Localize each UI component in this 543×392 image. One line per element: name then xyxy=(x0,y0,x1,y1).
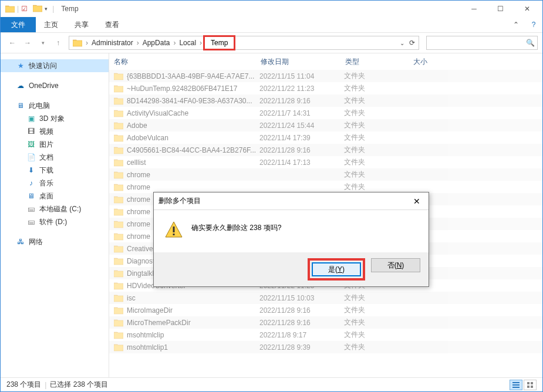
tab-share[interactable]: 共享 xyxy=(66,17,97,32)
drive-icon: 🖴 xyxy=(26,217,36,227)
sidebar-video[interactable]: 🎞视频 xyxy=(1,125,109,138)
address-bar[interactable]: › Administrator › AppData › Local › Temp… xyxy=(69,36,419,50)
sidebar-pc[interactable]: 🖥此电脑 xyxy=(1,99,109,112)
sidebar-desktop[interactable]: 🖥桌面 xyxy=(1,190,109,202)
file-type: 文件夹 xyxy=(344,157,412,167)
file-type: 文件夹 xyxy=(344,342,412,352)
table-row[interactable]: ~HuDunTemp.92482B06FB471E172022/11/22 11… xyxy=(109,82,542,94)
qat-dropdown-icon[interactable]: ▾ xyxy=(45,6,48,12)
file-date: 2022/11/15 11:04 xyxy=(259,72,344,80)
file-type: 文件夹 xyxy=(344,317,412,327)
table-row[interactable]: chrome文件夹 xyxy=(109,181,542,193)
view-icons-button[interactable] xyxy=(524,380,537,390)
svg-rect-6 xyxy=(531,386,533,388)
sidebar-quick-access[interactable]: ★快速访问 xyxy=(1,59,109,72)
table-row[interactable]: Adobe2022/11/24 15:44文件夹 xyxy=(109,119,542,131)
svg-rect-4 xyxy=(531,382,533,384)
yes-button[interactable]: 是(Y) xyxy=(312,262,361,276)
up-button[interactable]: ↑ xyxy=(51,36,65,50)
sidebar-cdrive[interactable]: 🖴本地磁盘 (C:) xyxy=(1,202,109,215)
crumb-appdata[interactable]: AppData xyxy=(140,36,173,49)
qat-new-icon[interactable] xyxy=(33,4,42,14)
file-type: 文件夹 xyxy=(344,96,412,106)
file-type: 文件夹 xyxy=(344,108,412,118)
table-row[interactable]: celllist2022/11/4 17:13文件夹 xyxy=(109,156,542,168)
file-type: 文件夹 xyxy=(344,71,412,81)
folder-icon xyxy=(5,4,15,13)
col-date[interactable]: 修改日期 xyxy=(261,57,345,67)
table-row[interactable]: ActivityVisualCache2022/11/7 14:31文件夹 xyxy=(109,107,542,119)
chevron-right-icon[interactable]: › xyxy=(172,39,177,47)
chevron-right-icon[interactable]: › xyxy=(136,39,140,47)
maximize-button[interactable]: ☐ xyxy=(487,1,514,17)
file-type: 文件夹 xyxy=(344,120,412,130)
file-name: AdobeVulcan xyxy=(127,134,259,142)
tab-home[interactable]: 主页 xyxy=(36,17,66,32)
crumb-administrator[interactable]: Administrator xyxy=(89,36,136,49)
address-dropdown-icon[interactable]: ⌄ xyxy=(400,40,404,46)
drive-icon: 🖴 xyxy=(26,204,36,214)
chevron-right-icon[interactable]: › xyxy=(85,39,89,47)
file-name: 8D144298-3841-4FA0-9E38-A637A30... xyxy=(127,97,259,105)
sidebar-onedrive[interactable]: ☁OneDrive xyxy=(1,79,109,92)
file-name: {63BBBDD1-3AAB-49BF-9A4E-A7AE7... xyxy=(127,72,259,80)
file-name: C4905661-BC84-44CC-BAA4-12B276F... xyxy=(127,146,259,154)
sidebar-documents[interactable]: 📄文档 xyxy=(1,151,109,164)
table-row[interactable]: AdobeVulcan2022/11/4 17:39文件夹 xyxy=(109,131,542,144)
no-button[interactable]: 否(N) xyxy=(371,258,420,272)
file-name: celllist xyxy=(127,158,259,167)
folder-icon xyxy=(114,269,123,278)
chevron-right-icon[interactable]: › xyxy=(198,39,203,47)
crumb-local[interactable]: Local xyxy=(177,36,198,49)
sidebar-network[interactable]: 🖧网络 xyxy=(1,235,109,248)
crumb-temp[interactable]: Temp xyxy=(203,35,235,50)
search-icon[interactable]: 🔍 xyxy=(523,39,537,47)
tab-file[interactable]: 文件 xyxy=(1,17,36,32)
tab-view[interactable]: 查看 xyxy=(97,17,127,32)
file-name: ActivityVisualCache xyxy=(127,109,259,117)
table-row[interactable]: C4905661-BC84-44CC-BAA4-12B276F...2022/1… xyxy=(109,144,542,156)
dialog-message: 确实要永久删除这 238 项吗? xyxy=(191,221,281,233)
back-button[interactable]: ← xyxy=(5,36,19,50)
minimize-button[interactable]: ─ xyxy=(461,1,487,17)
table-row[interactable]: chrome文件夹 xyxy=(109,168,542,181)
col-type[interactable]: 类型 xyxy=(345,57,413,67)
folder-icon xyxy=(114,85,123,93)
help-icon[interactable]: ? xyxy=(525,17,542,32)
view-details-button[interactable] xyxy=(510,380,522,390)
ribbon-expand-icon[interactable]: ⌃ xyxy=(507,17,525,32)
address-row: ← → ▾ ↑ › Administrator › AppData › Loca… xyxy=(1,32,542,53)
close-button[interactable]: ✕ xyxy=(514,1,540,17)
folder-icon xyxy=(114,232,123,241)
refresh-icon[interactable]: ⟳ xyxy=(409,39,415,47)
table-row[interactable]: {63BBBDD1-3AAB-49BF-9A4E-A7AE7...2022/11… xyxy=(109,70,542,82)
col-size[interactable]: 大小 xyxy=(413,57,542,67)
file-name: msohtmlclip xyxy=(127,331,259,339)
table-row[interactable]: msohtmlclip12022/11/28 9:39文件夹 xyxy=(109,341,542,353)
table-row[interactable]: MicroThemePackDir2022/11/28 9:16文件夹 xyxy=(109,316,542,329)
file-type: 文件夹 xyxy=(344,305,412,315)
folder-icon xyxy=(114,331,123,339)
recent-dropdown[interactable]: ▾ xyxy=(36,36,50,50)
table-row[interactable]: MicroImageDir2022/11/28 9:16文件夹 xyxy=(109,304,542,316)
sidebar-music[interactable]: ♪音乐 xyxy=(1,177,109,190)
folder-icon xyxy=(114,343,123,352)
folder-icon xyxy=(114,245,123,253)
forward-button[interactable]: → xyxy=(21,36,35,50)
sidebar-ddrive[interactable]: 🖴软件 (D:) xyxy=(1,215,109,228)
table-row[interactable]: isc2022/11/15 10:03文件夹 xyxy=(109,292,542,304)
file-type: 文件夹 xyxy=(344,330,412,340)
search-input[interactable]: 🔍 xyxy=(426,36,538,50)
table-row[interactable]: 8D144298-3841-4FA0-9E38-A637A30...2022/1… xyxy=(109,94,542,107)
file-type: 文件夹 xyxy=(344,133,412,143)
dialog-close-button[interactable]: ✕ xyxy=(410,197,424,206)
svg-rect-2 xyxy=(512,387,520,388)
sidebar-downloads[interactable]: ⬇下载 xyxy=(1,164,109,177)
folder-icon xyxy=(114,109,123,117)
table-row[interactable]: msohtmlclip2022/11/8 9:17文件夹 xyxy=(109,329,542,341)
qat-check-icon[interactable]: ☑ xyxy=(21,5,31,13)
col-name[interactable]: 名称 xyxy=(114,57,261,67)
warning-icon xyxy=(164,221,183,239)
sidebar-pictures[interactable]: 🖼图片 xyxy=(1,138,109,151)
sidebar-3d[interactable]: ▣3D 对象 xyxy=(1,112,109,125)
